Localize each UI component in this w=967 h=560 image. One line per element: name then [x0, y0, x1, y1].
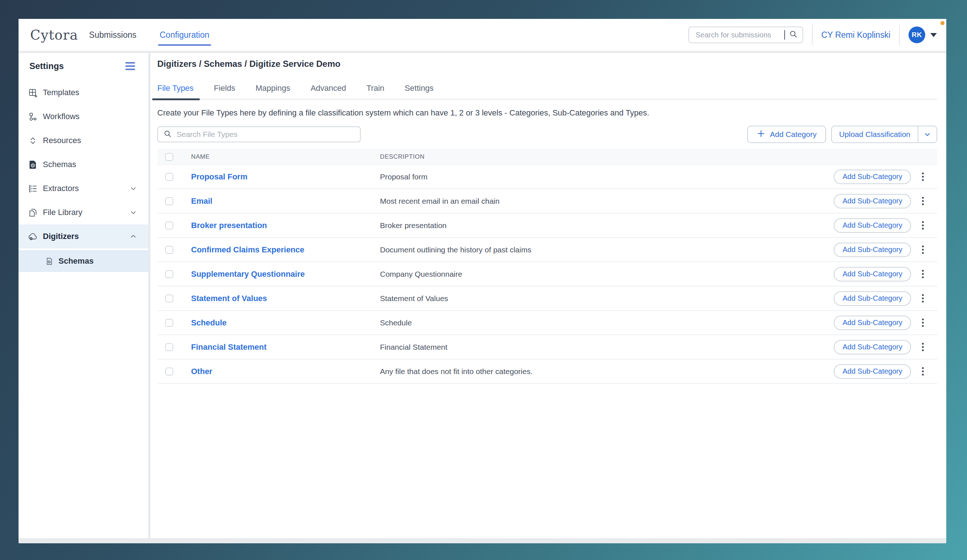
sidebar-subitem-schemas[interactable]: Schemas: [18, 250, 148, 272]
file-types-search-box[interactable]: [157, 126, 361, 142]
select-all-checkbox[interactable]: [165, 153, 173, 161]
row-checkbox[interactable]: [165, 173, 173, 181]
kebab-menu-icon[interactable]: [921, 171, 925, 182]
search-cursor-divider: [784, 30, 785, 40]
kebab-menu-icon[interactable]: [921, 195, 925, 207]
kebab-menu-icon[interactable]: [921, 268, 925, 280]
tab-train[interactable]: Train: [366, 84, 384, 93]
header-divider: [899, 25, 900, 45]
submissions-search-box[interactable]: [688, 26, 803, 43]
table-row: Broker presentation Broker presentation …: [157, 214, 937, 238]
kebab-menu-icon[interactable]: [921, 220, 925, 231]
table-row: Schedule Schedule Add Sub-Category: [157, 311, 937, 335]
sidebar-item-label: File Library: [43, 208, 83, 217]
file-types-search-input[interactable]: [176, 130, 355, 139]
add-sub-category-button[interactable]: Add Sub-Category: [834, 267, 911, 282]
kebab-menu-icon[interactable]: [921, 366, 925, 377]
row-checkbox[interactable]: [165, 246, 173, 254]
column-header-name: NAME: [191, 153, 380, 160]
search-icon[interactable]: [789, 30, 798, 40]
kebab-menu-icon[interactable]: [921, 244, 925, 255]
chevron-down-icon[interactable]: [129, 184, 137, 193]
row-checkbox[interactable]: [165, 319, 173, 327]
add-category-button[interactable]: Add Category: [747, 126, 826, 143]
sidebar-title: Settings: [30, 61, 64, 71]
file-type-name-link[interactable]: Email: [191, 196, 380, 206]
sidebar-item-extractors[interactable]: Extractors: [18, 176, 148, 201]
sidebar-item-templates[interactable]: Templates: [18, 81, 148, 105]
nav-submissions[interactable]: Submissions: [89, 30, 136, 40]
file-type-name-link[interactable]: Schedule: [191, 318, 380, 328]
add-sub-category-button[interactable]: Add Sub-Category: [834, 364, 911, 379]
add-sub-category-button[interactable]: Add Sub-Category: [834, 316, 911, 330]
row-checkbox[interactable]: [165, 270, 173, 278]
chevron-up-icon[interactable]: [129, 232, 137, 240]
kebab-menu-icon[interactable]: [921, 317, 925, 328]
add-sub-category-button[interactable]: Add Sub-Category: [834, 194, 911, 208]
sidebar-item-schemas[interactable]: Schemas: [18, 153, 148, 176]
avatar[interactable]: RK: [909, 26, 925, 43]
file-type-description: Schedule: [380, 318, 827, 327]
app-body: Settings Templates Workflows: [18, 53, 946, 538]
row-checkbox[interactable]: [165, 222, 173, 229]
search-icon: [163, 129, 172, 140]
settings-sidebar: Settings Templates Workflows: [18, 53, 148, 538]
upload-options-chevron[interactable]: [917, 126, 936, 142]
file-type-name-link[interactable]: Other: [191, 367, 380, 376]
page-description: Create your File Types here by defining …: [157, 108, 937, 118]
row-checkbox[interactable]: [165, 295, 173, 303]
file-type-name-link[interactable]: Proposal Form: [191, 172, 380, 181]
sidebar-item-resources[interactable]: Resources: [18, 128, 148, 153]
user-name[interactable]: CY Remi Koplinski: [821, 30, 890, 40]
sidebar-collapse-icon[interactable]: [125, 62, 135, 70]
account-caret-down-icon[interactable]: [930, 33, 937, 37]
kebab-menu-icon[interactable]: [921, 341, 925, 352]
add-sub-category-button[interactable]: Add Sub-Category: [834, 170, 911, 184]
file-type-name-link[interactable]: Financial Statement: [191, 343, 380, 352]
header-right: CY Remi Koplinski RK: [688, 25, 937, 45]
main-panel: Digitizers / Schemas / Digitize Service …: [150, 53, 946, 538]
file-type-description: Company Questionnaire: [380, 270, 827, 278]
app-window: Cytora Submissions Configuration CY Remi…: [18, 19, 946, 543]
add-sub-category-button[interactable]: Add Sub-Category: [834, 242, 911, 257]
submissions-search-input[interactable]: [695, 31, 782, 40]
file-type-description: Proposal form: [380, 173, 827, 181]
header-divider: [812, 25, 813, 45]
chevron-down-icon[interactable]: [129, 208, 137, 216]
table-row: Statement of Values Statement of Values …: [157, 287, 937, 311]
sidebar-item-workflows[interactable]: Workflows: [18, 105, 148, 128]
add-sub-category-button[interactable]: Add Sub-Category: [834, 340, 911, 354]
tab-settings[interactable]: Settings: [405, 84, 434, 93]
schema-file-icon: [45, 257, 53, 265]
file-type-name-link[interactable]: Confirmed Claims Experience: [191, 245, 380, 255]
row-checkbox[interactable]: [165, 197, 173, 205]
file-type-name-link[interactable]: Supplementary Questionnaire: [191, 270, 380, 279]
sidebar-item-file-library[interactable]: File Library: [18, 201, 148, 224]
add-sub-category-button[interactable]: Add Sub-Category: [834, 218, 911, 233]
table-row: Supplementary Questionnaire Company Ques…: [157, 262, 937, 287]
row-checkbox[interactable]: [165, 343, 173, 351]
file-types-table: NAME DESCRIPTION Proposal Form Proposal …: [157, 149, 937, 384]
tab-file-types[interactable]: File Types: [157, 84, 194, 93]
sidebar-item-digitizers[interactable]: Digitizers: [18, 224, 148, 249]
file-type-description: Statement of Values: [380, 294, 827, 303]
nav-configuration[interactable]: Configuration: [160, 30, 210, 40]
upload-classification-label[interactable]: Upload Classification: [832, 126, 917, 142]
kebab-menu-icon[interactable]: [921, 293, 925, 304]
file-type-description: Any file that does not fit into other ca…: [380, 367, 827, 376]
row-checkbox[interactable]: [165, 367, 173, 376]
schemas-icon: [28, 160, 38, 170]
controls-row: Add Category Upload Classification: [157, 126, 937, 143]
tab-fields[interactable]: Fields: [214, 84, 235, 93]
tab-mappings[interactable]: Mappings: [256, 84, 290, 93]
table-row: Other Any file that does not fit into ot…: [157, 359, 937, 384]
top-header: Cytora Submissions Configuration CY Remi…: [18, 19, 946, 51]
resources-icon: [28, 136, 38, 146]
column-header-description: DESCRIPTION: [380, 153, 425, 160]
file-type-name-link[interactable]: Statement of Values: [191, 294, 380, 303]
templates-icon: [28, 88, 38, 98]
add-sub-category-button[interactable]: Add Sub-Category: [834, 291, 911, 306]
upload-classification-button[interactable]: Upload Classification: [831, 126, 937, 143]
tab-advanced[interactable]: Advanced: [310, 84, 346, 93]
file-type-name-link[interactable]: Broker presentation: [191, 221, 380, 230]
